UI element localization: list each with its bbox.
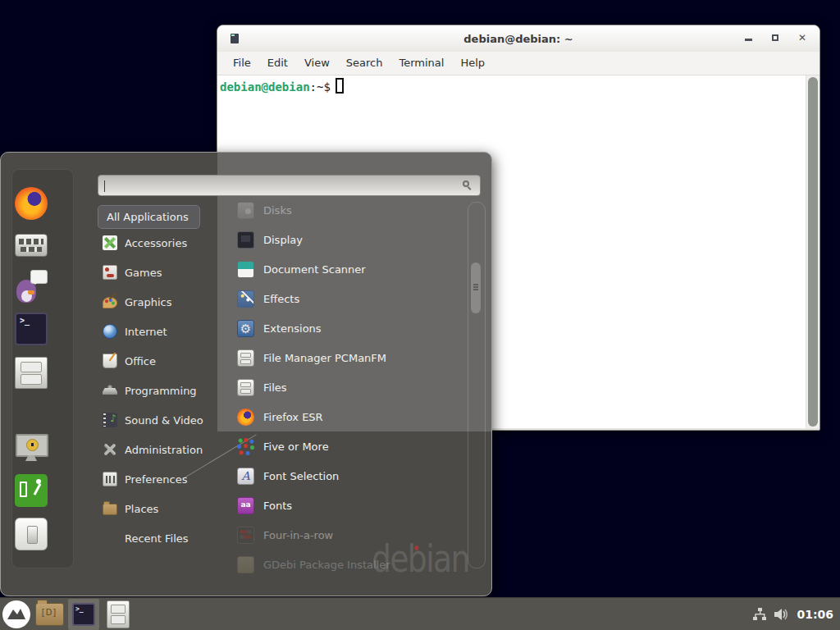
all-applications-button[interactable]: All Applications xyxy=(98,205,200,229)
document-scanner-icon xyxy=(237,261,254,278)
app-item-effects[interactable]: Effects xyxy=(237,284,465,313)
start-menu-button[interactable] xyxy=(2,600,30,628)
firefox-esr-icon xyxy=(237,409,254,426)
category-preferences[interactable]: Preferences xyxy=(98,464,229,494)
menu-help[interactable]: Help xyxy=(452,52,493,75)
category-places[interactable]: Places xyxy=(98,494,229,523)
lock-screen-icon xyxy=(15,432,48,465)
category-list: Accessories Games Graphics Internet Offi… xyxy=(98,228,229,553)
lock-screen-button[interactable] xyxy=(15,432,48,465)
games-icon xyxy=(103,265,117,280)
menu-scrollbar[interactable] xyxy=(468,202,486,568)
app-item-disks[interactable]: Disks xyxy=(237,195,465,225)
gdebi-icon xyxy=(237,556,254,573)
shutdown-button[interactable] xyxy=(15,518,48,550)
menu-edit[interactable]: Edit xyxy=(259,52,296,75)
menu-file[interactable]: File xyxy=(225,52,259,75)
fonts-icon xyxy=(237,497,254,514)
app-item-document-scanner[interactable]: Document Scanner xyxy=(237,254,465,284)
prompt-suffix: :~$ xyxy=(310,80,331,94)
close-button[interactable] xyxy=(797,32,810,45)
folder-badge: [D] xyxy=(36,608,63,617)
app-item-gdebi[interactable]: GDebi Package Installer xyxy=(237,550,465,579)
pidgin-icon xyxy=(15,270,48,303)
category-administration[interactable]: Administration xyxy=(98,435,229,464)
window-title: debian@debian: ~ xyxy=(217,33,819,45)
software-manager-icon xyxy=(15,234,48,257)
app-item-four-in-a-row[interactable]: Four-in-a-row xyxy=(237,520,465,550)
favorite-pidgin-button[interactable] xyxy=(15,270,48,303)
logout-button[interactable] xyxy=(15,474,48,507)
application-list: Disks Display Document Scanner Effects E… xyxy=(237,195,465,579)
taskbar-files-icon xyxy=(107,600,130,628)
programming-icon xyxy=(103,383,117,398)
desktop: debian@debian: ~ File Edit View Search T… xyxy=(0,0,840,630)
sound-video-icon xyxy=(103,413,117,427)
shutdown-icon xyxy=(15,518,48,550)
favorite-firefox-button[interactable] xyxy=(15,187,48,220)
category-recent-files[interactable]: Recent Files xyxy=(98,523,229,553)
maximize-button[interactable] xyxy=(769,32,783,45)
extensions-gear-icon xyxy=(237,320,254,337)
app-item-five-or-more[interactable]: Five or More xyxy=(237,431,465,461)
app-item-firefox-esr[interactable]: Firefox ESR xyxy=(237,402,465,431)
search-input[interactable] xyxy=(103,178,459,194)
firefox-icon xyxy=(15,187,48,220)
favorite-terminal-button[interactable] xyxy=(15,313,48,345)
files-icon xyxy=(237,379,254,396)
network-icon[interactable] xyxy=(753,608,767,621)
places-folder-icon xyxy=(103,504,117,515)
app-item-files[interactable]: Files xyxy=(237,372,465,402)
desktop-folder-button[interactable]: [D] xyxy=(34,599,65,630)
terminal-cursor xyxy=(336,78,344,94)
app-item-fonts[interactable]: Fonts xyxy=(237,491,465,520)
logout-icon xyxy=(15,474,48,507)
shell-prompt: debian@debian:~$ xyxy=(220,78,344,95)
category-games[interactable]: Games xyxy=(98,258,229,287)
menu-view[interactable]: View xyxy=(296,52,338,75)
taskbar-terminal-button[interactable] xyxy=(68,599,99,630)
text-caret xyxy=(104,180,105,192)
category-office[interactable]: Office xyxy=(98,346,229,376)
category-accessories[interactable]: Accessories xyxy=(98,228,229,258)
terminal-menubar: File Edit View Search Terminal Help xyxy=(217,52,819,75)
menu-search-box[interactable] xyxy=(98,175,481,196)
font-selection-icon xyxy=(237,468,254,485)
taskbar-files-button[interactable] xyxy=(103,599,134,630)
category-sound-video[interactable]: Sound & Video xyxy=(98,405,229,435)
administration-tools-icon xyxy=(103,442,117,457)
minimize-button[interactable] xyxy=(742,32,756,45)
taskbar: [D] 01:06 xyxy=(0,597,840,630)
menu-search[interactable]: Search xyxy=(338,52,391,75)
app-item-font-selection[interactable]: Font Selection xyxy=(237,461,465,491)
terminal-titlebar[interactable]: debian@debian: ~ xyxy=(217,25,819,52)
app-item-extensions[interactable]: Extensions xyxy=(237,313,465,343)
category-programming[interactable]: Programming xyxy=(98,376,229,405)
menu-scrollbar-thumb[interactable] xyxy=(471,262,481,313)
office-icon xyxy=(103,354,117,368)
accessories-icon xyxy=(103,235,117,250)
terminal-scrollbar-thumb[interactable] xyxy=(808,77,818,427)
four-in-a-row-icon xyxy=(237,527,254,544)
search-icon xyxy=(463,180,473,191)
graphics-icon xyxy=(103,297,117,308)
internet-globe-icon xyxy=(103,324,117,339)
menu-terminal[interactable]: Terminal xyxy=(390,52,452,75)
prompt-user: debian@debian xyxy=(220,80,310,94)
clock[interactable]: 01:06 xyxy=(797,608,833,621)
application-menu: debian xyxy=(0,152,492,596)
terminal-icon xyxy=(15,313,48,345)
app-item-file-manager-pcmanfm[interactable]: File Manager PCManFM xyxy=(237,343,465,372)
favorite-software-button[interactable] xyxy=(15,229,48,262)
preferences-icon xyxy=(103,472,117,486)
category-graphics[interactable]: Graphics xyxy=(98,287,229,317)
favorite-files-button[interactable] xyxy=(15,356,48,389)
effects-icon xyxy=(237,290,254,308)
category-internet[interactable]: Internet xyxy=(98,317,229,346)
terminal-scrollbar[interactable] xyxy=(806,75,819,428)
app-item-display[interactable]: Display xyxy=(237,225,465,254)
file-manager-icon xyxy=(237,349,254,367)
volume-icon[interactable] xyxy=(774,608,789,621)
desktop-folder-icon: [D] xyxy=(35,603,64,626)
mountain-logo xyxy=(2,600,30,628)
